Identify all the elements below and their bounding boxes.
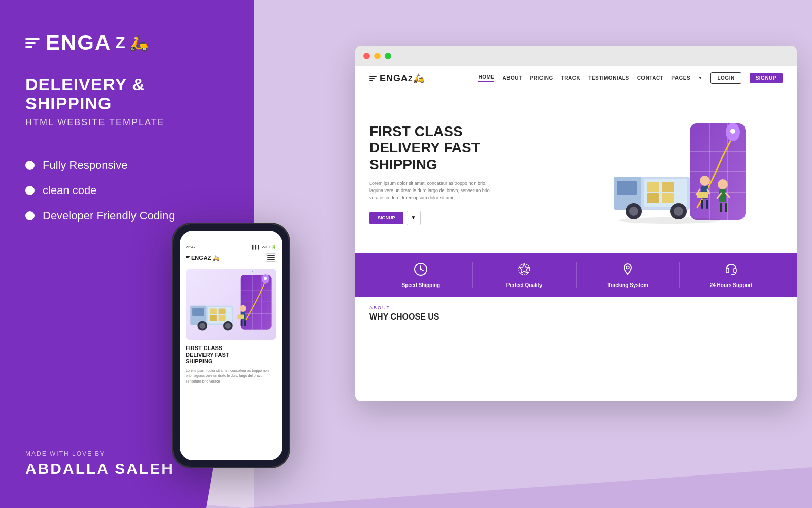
phone-status-bar: 22:47 ▌▌▌ WiFi 🔋 — [186, 245, 276, 249]
nav-contact[interactable]: CONTACT — [637, 75, 664, 81]
hero-illustration — [576, 121, 783, 228]
site-nav-links: HOME ABOUT PRICING TRACK TESTIMONIALS CO… — [478, 72, 783, 84]
feature-label-3: Developer Friendly Coding — [43, 209, 175, 223]
svg-point-49 — [264, 277, 267, 280]
svg-rect-40 — [726, 268, 729, 273]
svg-point-7 — [730, 129, 735, 134]
site-logo: ENGAZ🛵 — [369, 73, 425, 84]
svg-rect-67 — [244, 320, 246, 326]
site-logo-line-3 — [369, 80, 373, 81]
features-list: Fully Responsive clean code Developer Fr… — [25, 158, 193, 223]
support-icon — [724, 262, 738, 279]
svg-rect-12 — [647, 182, 659, 192]
phone-mockup: 22:47 ▌▌▌ WiFi 🔋 ENGAZ 🛵 — [173, 224, 289, 467]
phone-signal: ▌▌▌ WiFi 🔋 — [252, 245, 276, 249]
hero-dropdown-button[interactable]: ▼ — [407, 211, 421, 225]
site-navbar: ENGAZ🛵 HOME ABOUT PRICING TRACK TESTIMON… — [355, 66, 797, 90]
phone-logo-lines — [186, 256, 190, 260]
browser-mockup: ENGAZ🛵 HOME ABOUT PRICING TRACK TESTIMON… — [355, 46, 797, 401]
sub-title: HTML WEBSITE TEMPLATE — [25, 117, 193, 128]
phone-logo-line-1 — [186, 256, 190, 257]
feature-dot-3 — [25, 211, 35, 220]
svg-rect-58 — [219, 315, 226, 321]
phone-screen: 22:47 ▌▌▌ WiFi 🔋 ENGAZ 🛵 — [180, 231, 282, 460]
brand-logo: ENGA Z 🛵 — [25, 30, 193, 55]
svg-rect-55 — [210, 308, 217, 314]
svg-rect-25 — [701, 200, 703, 209]
svg-rect-57 — [210, 315, 217, 321]
nav-testimonials[interactable]: TESTIMONIALS — [588, 75, 629, 81]
svg-rect-56 — [219, 308, 226, 314]
feature-item-2: clean code — [25, 184, 193, 197]
svg-point-60 — [199, 323, 205, 329]
svg-rect-65 — [237, 315, 244, 319]
nav-track[interactable]: TRACK — [561, 75, 581, 81]
feature-dot-1 — [25, 161, 35, 170]
svg-rect-22 — [697, 192, 708, 198]
logo-line-3 — [25, 46, 32, 48]
nav-signup-button[interactable]: SIGNUP — [750, 73, 783, 83]
phone-logo: ENGAZ 🛵 — [186, 255, 220, 261]
nav-pages[interactable]: PAGES — [671, 75, 690, 81]
phone-logo-line-2 — [186, 257, 189, 258]
nav-about[interactable]: ABOUT — [502, 75, 522, 81]
logo-line-1 — [25, 38, 40, 40]
browser-minimize-dot[interactable] — [374, 53, 381, 59]
nav-pricing[interactable]: PRICING — [530, 75, 553, 81]
author-name: ABDALLA SALEH — [25, 460, 174, 478]
browser-titlebar — [355, 46, 797, 66]
phone-nav: ENGAZ 🛵 — [186, 253, 276, 262]
phone-hero-title: FIRST CLASSDELIVERY FASTSHIPPING — [186, 345, 276, 365]
phone-hamburger-icon[interactable] — [266, 253, 276, 262]
svg-rect-26 — [706, 200, 708, 209]
quality-icon — [517, 262, 531, 279]
svg-rect-31 — [720, 203, 722, 212]
site-logo-lines — [369, 76, 377, 81]
nav-login-button[interactable]: LOGIN — [710, 72, 741, 84]
svg-point-17 — [629, 207, 638, 216]
brand-z: Z — [115, 34, 125, 52]
hero-signup-button[interactable]: SIGNUP — [369, 212, 403, 224]
svg-point-38 — [519, 264, 530, 275]
tracking-label: Tracking System — [607, 282, 648, 288]
browser-content: ENGAZ🛵 HOME ABOUT PRICING TRACK TESTIMON… — [355, 66, 797, 401]
phone-hero-desc: Lorem ipsum dolor sit amet, concateur as… — [186, 368, 276, 385]
svg-rect-10 — [617, 181, 637, 195]
feature-label-2: clean code — [43, 184, 96, 197]
svg-rect-14 — [647, 193, 659, 203]
why-section: About WHY CHOOSE US — [355, 297, 797, 330]
quality-label: Perfect Quality — [506, 282, 543, 288]
hero-button-row: SIGNUP ▼ — [369, 211, 576, 225]
feature-item-3: Developer Friendly Coding — [25, 209, 193, 223]
nav-home[interactable]: HOME — [478, 74, 494, 82]
svg-rect-15 — [662, 193, 674, 203]
svg-rect-53 — [192, 308, 204, 316]
hamburger-line-2 — [267, 257, 275, 258]
main-title: DELEIVERY & SHIPPING — [25, 75, 193, 113]
speed-shipping-label: Speed Shipping — [402, 282, 441, 288]
why-about-label: About — [369, 305, 783, 310]
svg-point-33 — [619, 217, 720, 224]
feature-tracking: Tracking System — [577, 262, 680, 288]
brand-name: ENGA — [46, 30, 111, 55]
browser-maximize-dot[interactable] — [385, 53, 391, 59]
svg-point-63 — [240, 305, 246, 312]
logo-line-2 — [25, 42, 36, 44]
feature-support: 24 Hours Support — [680, 262, 783, 288]
feature-label-1: Fully Responsive — [43, 158, 128, 172]
feature-perfect-quality: Perfect Quality — [473, 262, 577, 288]
tracking-icon — [621, 262, 635, 279]
hamburger-line-3 — [267, 259, 275, 260]
svg-point-37 — [420, 268, 422, 270]
browser-close-dot[interactable] — [363, 53, 370, 59]
hero-description: Lorem ipsum dolor sit amet, concateur as… — [369, 180, 501, 202]
scooter-icon: 🛵 — [129, 34, 148, 52]
hero-text: FIRST CLASSDELIVERY FASTSHIPPING Lorem i… — [369, 123, 576, 225]
site-logo-line-2 — [369, 78, 375, 79]
hamburger-line-1 — [267, 255, 275, 256]
logo-speed-lines — [25, 38, 40, 48]
svg-rect-41 — [734, 268, 736, 273]
svg-point-19 — [674, 207, 683, 216]
svg-point-39 — [626, 266, 629, 269]
phone-frame: 22:47 ▌▌▌ WiFi 🔋 ENGAZ 🛵 — [173, 224, 289, 467]
